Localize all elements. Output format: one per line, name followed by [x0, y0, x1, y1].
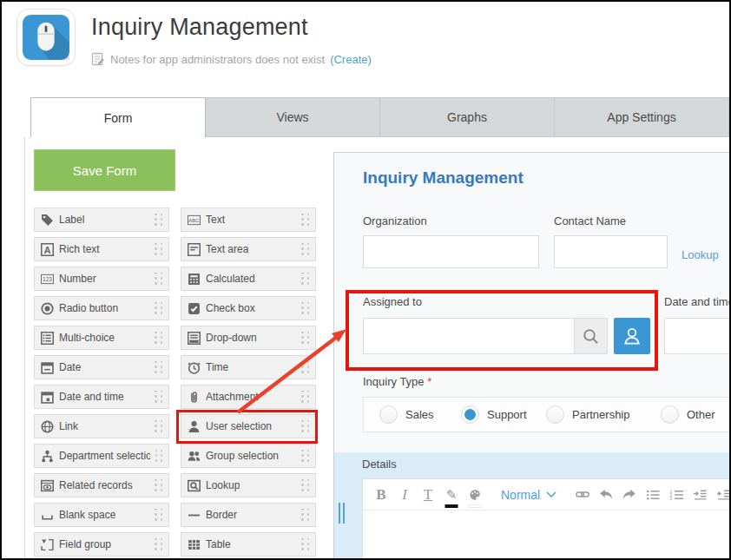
- rich-text-editor: BIT✎Normal123: [362, 478, 729, 558]
- drag-handle-icon[interactable]: [301, 361, 310, 374]
- palette-item-link[interactable]: Link: [34, 414, 169, 438]
- radio-option-partnership[interactable]: Partnership: [546, 398, 629, 432]
- drag-handle-icon[interactable]: [301, 509, 310, 522]
- palette-item-text-area[interactable]: Text area: [181, 237, 316, 261]
- user-search-button[interactable]: [574, 319, 607, 353]
- drag-handle-icon[interactable]: [155, 420, 163, 433]
- drag-handle-icon[interactable]: [155, 273, 163, 286]
- bold-button[interactable]: B: [374, 484, 388, 506]
- italic-button[interactable]: I: [398, 484, 412, 506]
- drag-handle-icon[interactable]: [155, 214, 163, 227]
- lookup-link[interactable]: Lookup: [682, 248, 719, 261]
- drag-handle-icon[interactable]: [155, 509, 163, 522]
- person-icon: [187, 420, 201, 433]
- text-color-button[interactable]: ✎: [445, 484, 458, 506]
- svg-text:3: 3: [670, 497, 673, 501]
- tab-graphs[interactable]: Graphs: [380, 97, 555, 137]
- drag-handle-icon[interactable]: [301, 243, 310, 256]
- organization-input[interactable]: [363, 235, 539, 268]
- drag-handle-icon[interactable]: [155, 391, 163, 404]
- radio-unselected-icon: [546, 405, 564, 424]
- tab-form[interactable]: Form: [30, 97, 206, 137]
- number-123-icon: 123: [40, 273, 54, 286]
- palette-item-related-records[interactable]: Related records: [34, 473, 169, 497]
- drag-handle-icon[interactable]: [301, 332, 310, 345]
- palette-item-radio-button[interactable]: Radio button: [34, 296, 169, 320]
- drag-handle-icon[interactable]: [301, 450, 310, 463]
- drag-handle-icon[interactable]: [301, 273, 310, 286]
- details-label: Details: [362, 458, 397, 471]
- background-color-button[interactable]: [468, 484, 482, 506]
- checkbox-icon: [187, 302, 201, 315]
- drag-handle-icon[interactable]: [301, 538, 310, 551]
- bullet-list-button[interactable]: [646, 484, 660, 506]
- palette-item-attachment[interactable]: Attachment: [181, 385, 316, 409]
- rich-text-icon: A: [40, 243, 54, 256]
- drag-handle-icon[interactable]: [301, 420, 310, 433]
- tab-views[interactable]: Views: [206, 97, 380, 137]
- contact-name-input[interactable]: [554, 235, 668, 268]
- tab-app-settings[interactable]: App Settings: [555, 97, 729, 137]
- palette-item-drop-down[interactable]: Drop-down: [181, 326, 316, 350]
- search-icon: [582, 327, 600, 346]
- palette-item-date-and-time[interactable]: Date and time: [34, 385, 169, 409]
- palette-item-field-group[interactable]: Field group: [34, 532, 169, 557]
- svg-text:ABC: ABC: [188, 218, 200, 223]
- paperclip-icon: [187, 391, 201, 404]
- drag-handle-icon[interactable]: [155, 361, 163, 374]
- field-drag-handle-icon[interactable]: [339, 503, 345, 524]
- drag-handle-icon[interactable]: [155, 479, 163, 492]
- palette-item-table[interactable]: Table: [181, 532, 316, 557]
- palette-item-number[interactable]: 123Number: [34, 267, 169, 291]
- palette-item-date[interactable]: Date: [34, 355, 169, 379]
- undo-button[interactable]: [599, 484, 613, 506]
- radio-option-sales[interactable]: Sales: [379, 398, 434, 432]
- radio-icon: [40, 302, 54, 315]
- drag-handle-icon[interactable]: [301, 302, 310, 315]
- palette-item-department-selection[interactable]: Department selection: [34, 444, 169, 468]
- indent-button[interactable]: [693, 484, 707, 506]
- create-notes-link[interactable]: (Create): [330, 53, 372, 66]
- redo-button[interactable]: [622, 484, 636, 506]
- contact-name-label: Contact Name: [554, 214, 626, 227]
- palette-item-multi-choice[interactable]: Multi-choice: [34, 326, 169, 350]
- underline-button[interactable]: T: [421, 484, 435, 506]
- page-title: Inquiry Management: [91, 14, 308, 41]
- drag-handle-icon[interactable]: [155, 302, 163, 315]
- format-dropdown[interactable]: Normal: [501, 488, 556, 502]
- outdent-button[interactable]: [716, 484, 729, 506]
- radio-option-support[interactable]: Support: [461, 398, 527, 432]
- drag-handle-icon[interactable]: [301, 214, 310, 227]
- date-and-time-input[interactable]: [664, 318, 731, 354]
- palette-item-lookup[interactable]: Lookup: [181, 473, 316, 497]
- palette-item-time[interactable]: Time: [181, 355, 316, 379]
- details-field-row[interactable]: Details BIT✎Normal123: [334, 452, 729, 558]
- drag-handle-icon[interactable]: [155, 450, 163, 463]
- palette-item-user-selection[interactable]: User selection: [181, 414, 316, 438]
- palette-item-text[interactable]: ABCText: [181, 208, 316, 232]
- radio-selected-icon: [461, 405, 479, 424]
- user-selection-button[interactable]: [614, 318, 650, 354]
- radio-option-other[interactable]: Other: [661, 398, 715, 432]
- globe-icon: [40, 420, 54, 433]
- palette-item-border[interactable]: Border: [181, 503, 316, 527]
- palette-item-rich-text[interactable]: ARich text: [34, 237, 169, 261]
- drag-handle-icon[interactable]: [155, 538, 163, 551]
- palette-item-group-selection[interactable]: Group selection: [181, 444, 316, 468]
- app-icon: [16, 9, 76, 66]
- insert-link-button[interactable]: [576, 484, 589, 506]
- drag-handle-icon[interactable]: [301, 479, 310, 492]
- assigned-to-input[interactable]: [363, 318, 608, 354]
- drag-handle-icon[interactable]: [301, 391, 310, 404]
- palette-item-check-box[interactable]: Check box: [181, 296, 316, 320]
- save-form-button[interactable]: Save Form: [34, 149, 175, 191]
- palette-item-calculated[interactable]: Calculated: [181, 267, 316, 291]
- palette-item-label[interactable]: Label: [34, 208, 169, 232]
- field-palette: LabelABCTextARich textText area123Number…: [34, 208, 317, 557]
- drag-handle-icon[interactable]: [155, 332, 163, 345]
- numbered-list-button[interactable]: 123: [669, 484, 683, 506]
- clock-icon: [187, 361, 201, 374]
- palette-item-blank-space[interactable]: Blank space: [34, 503, 169, 527]
- details-editor-area[interactable]: [363, 511, 729, 558]
- drag-handle-icon[interactable]: [155, 243, 163, 256]
